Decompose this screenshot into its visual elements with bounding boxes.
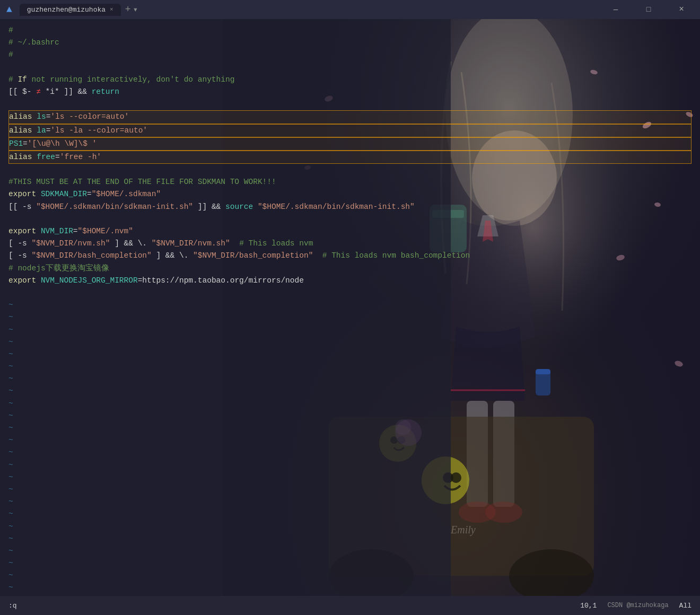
tilde-line: ~ xyxy=(8,348,692,361)
tilde-line: ~ xyxy=(8,422,692,434)
alias-block-line1: alias ls='ls --color=auto' xyxy=(8,110,692,124)
code-line xyxy=(8,62,692,74)
tab-chevron-button[interactable]: ▾ xyxy=(133,4,138,15)
tilde-line: ~ xyxy=(8,434,692,446)
alias-block-line4: alias free='free -h' xyxy=(8,151,692,164)
tilde-line: ~ xyxy=(8,545,692,557)
vim-command: :q xyxy=(8,602,17,610)
tilde-line: ~ xyxy=(8,582,692,594)
terminal-window: ▲ guzhenzhen@mizuhoka × + ▾ — □ × xyxy=(0,0,700,615)
close-button[interactable]: × xyxy=(669,0,694,19)
code-line xyxy=(8,213,692,225)
tilde-line: ~ xyxy=(8,521,692,533)
code-line xyxy=(8,98,692,110)
code-line xyxy=(8,164,692,176)
tilde-line: ~ xyxy=(8,385,692,397)
code-line: [ -s "$NVM_DIR/bash_completion" ] && \. … xyxy=(8,250,692,262)
scroll-status: All xyxy=(679,602,692,610)
tilde-line: ~ xyxy=(8,557,692,569)
maximize-button[interactable]: □ xyxy=(636,0,661,19)
tilde-line: ~ xyxy=(8,299,692,311)
tilde-line: ~ xyxy=(8,361,692,373)
code-line: #THIS MUST BE AT THE END OF THE FILE FOR… xyxy=(8,176,692,188)
code-line xyxy=(8,287,692,299)
code-line: # xyxy=(8,49,692,61)
tilde-line: ~ xyxy=(8,398,692,410)
tab-close-button[interactable]: × xyxy=(110,6,113,13)
code-line: # nodejs下载更换淘宝镜像 xyxy=(8,262,692,275)
code-line: [[ $- ≠ *i* ]] && return xyxy=(8,86,692,98)
app-icon: ▲ xyxy=(6,4,12,15)
code-line: [ -s "$NVM_DIR/nvm.sh" ] && \. "$NVM_DIR… xyxy=(8,238,692,250)
tilde-line: ~ xyxy=(8,533,692,545)
main-content: Emily # xyxy=(0,19,700,596)
titlebar: ▲ guzhenzhen@mizuhoka × + ▾ — □ × xyxy=(0,0,700,19)
cursor-position: 10,1 xyxy=(580,602,597,610)
tilde-line: ~ xyxy=(8,410,692,422)
tilde-line: ~ xyxy=(8,508,692,520)
statusbar-right: 10,1 CSDN @mizuhokaga All xyxy=(580,602,692,610)
tilde-line: ~ xyxy=(8,496,692,508)
code-line: # ~/.bashrc xyxy=(8,37,692,49)
terminal-content[interactable]: # # ~/.bashrc # # If not running interac… xyxy=(0,19,700,596)
window-buttons: — □ × xyxy=(603,0,694,19)
code-line: # xyxy=(8,24,692,37)
tab-label: guzhenzhen@mizuhoka xyxy=(27,6,106,14)
alias-block-line3: PS1='[\u@\h \W]\$ ' xyxy=(8,137,692,151)
code-line: export NVM_NODEJS_ORG_MIRROR=https://npm… xyxy=(8,275,692,287)
tilde-line: ~ xyxy=(8,471,692,484)
tilde-line: ~ xyxy=(8,446,692,459)
active-tab[interactable]: guzhenzhen@mizuhoka × xyxy=(20,4,121,16)
statusbar: :q 10,1 CSDN @mizuhokaga All xyxy=(0,596,700,615)
code-line: [[ -s "$HOME/.sdkman/bin/sdkman-init.sh"… xyxy=(8,201,692,213)
tilde-line: ~ xyxy=(8,336,692,348)
tilde-line: ~ xyxy=(8,324,692,336)
tilde-line: ~ xyxy=(8,459,692,471)
window-controls: ▲ xyxy=(6,4,14,15)
credit-text: CSDN @mizuhokaga xyxy=(607,602,668,609)
tilde-line: ~ xyxy=(8,569,692,582)
new-tab-button[interactable]: + xyxy=(125,4,131,15)
tilde-line: ~ xyxy=(8,311,692,323)
tilde-line: ~ xyxy=(8,373,692,385)
code-line: # If not running interactively, don't do… xyxy=(8,74,692,86)
tab-area: guzhenzhen@mizuhoka × + ▾ xyxy=(20,4,603,16)
minimize-button[interactable]: — xyxy=(603,0,628,19)
code-line: export SDKMAN_DIR="$HOME/.sdkman" xyxy=(8,188,692,200)
alias-block-line2: alias la='ls -la --color=auto' xyxy=(8,124,692,137)
code-line: export NVM_DIR="$HOME/.nvm" xyxy=(8,225,692,238)
tilde-line: ~ xyxy=(8,484,692,496)
